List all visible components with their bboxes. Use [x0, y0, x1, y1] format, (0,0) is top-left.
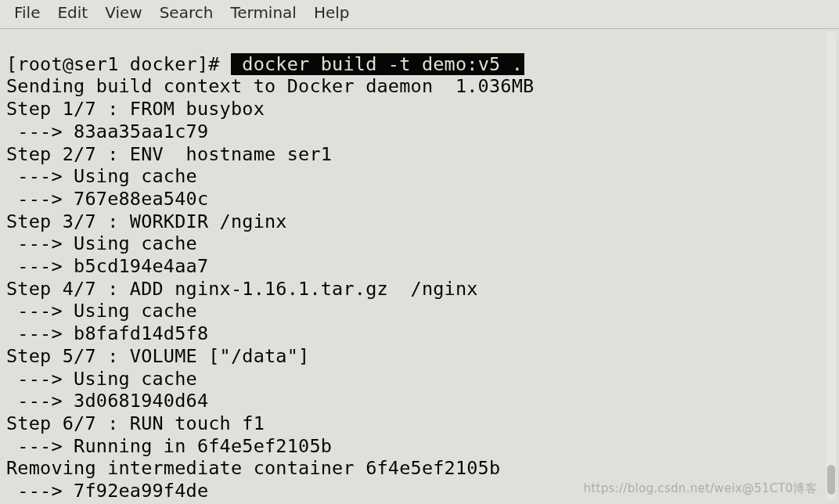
terminal-output[interactable]: [root@ser1 docker]# docker build -t demo…	[0, 29, 839, 504]
menu-view[interactable]: View	[105, 3, 142, 22]
menu-terminal[interactable]: Terminal	[230, 3, 297, 22]
scrollbar-thumb[interactable]	[827, 465, 835, 495]
menu-search[interactable]: Search	[160, 3, 214, 22]
output-line: ---> b5cd194e4aa7	[6, 255, 208, 277]
output-line: ---> 767e88ea540c	[6, 188, 208, 210]
prompt: [root@ser1 docker]#	[6, 53, 231, 75]
output-line: ---> 83aa35aa1c79	[6, 121, 208, 142]
menubar: File Edit View Search Terminal Help	[0, 0, 839, 29]
output-line: ---> Running in 6f4e5ef2105b	[6, 435, 332, 457]
output-line: ---> Using cache	[6, 232, 197, 254]
output-line: ---> Using cache	[6, 300, 197, 322]
output-line: Step 6/7 : RUN touch f1	[6, 412, 265, 434]
output-line: Step 5/7 : VOLUME ["/data"]	[6, 345, 309, 367]
terminal-window: File Edit View Search Terminal Help [roo…	[0, 0, 839, 504]
entered-command: docker build -t demo:v5 .	[231, 53, 524, 75]
menu-help[interactable]: Help	[314, 3, 350, 22]
menu-file[interactable]: File	[14, 3, 40, 22]
output-line: Step 2/7 : ENV hostname ser1	[6, 143, 332, 165]
output-line: Step 1/7 : FROM busybox	[6, 98, 265, 120]
output-line: Removing intermediate container 6f4e5ef2…	[6, 457, 500, 479]
output-line: ---> b8fafd14d5f8	[6, 322, 208, 344]
output-line: ---> 7f92ea99f4de	[6, 480, 208, 502]
scrollbar-track[interactable]	[826, 31, 836, 501]
menu-edit[interactable]: Edit	[57, 3, 88, 22]
output-line: ---> 3d0681940d64	[6, 390, 208, 412]
watermark: https://blog.csdn.net/weix@51CT0博客	[584, 481, 817, 496]
output-line: Sending build context to Docker daemon 1…	[6, 75, 534, 97]
output-line: Step 3/7 : WORKDIR /nginx	[6, 211, 287, 232]
output-line: ---> Using cache	[6, 368, 197, 390]
output-line: ---> Using cache	[6, 165, 197, 187]
output-line: Step 4/7 : ADD nginx-1.16.1.tar.gz /ngin…	[6, 278, 478, 300]
